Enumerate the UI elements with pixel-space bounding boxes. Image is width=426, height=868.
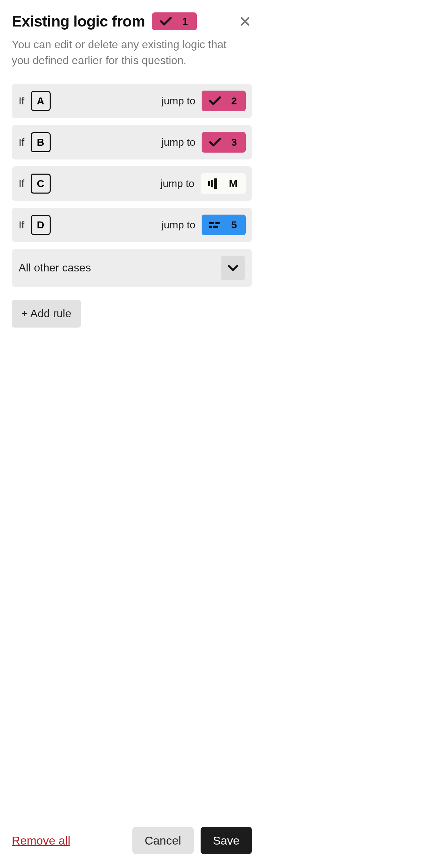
- svg-rect-4: [215, 222, 220, 224]
- logic-rule[interactable]: If A jump to 2: [12, 84, 252, 118]
- jump-to-label: jump to: [162, 95, 195, 107]
- save-button[interactable]: Save: [201, 827, 252, 854]
- jump-target-badge[interactable]: 5: [202, 215, 246, 235]
- add-rule-button[interactable]: + Add rule: [12, 300, 81, 328]
- logic-rule[interactable]: If B jump to 3: [12, 125, 252, 159]
- footer: Remove all Cancel Save: [12, 827, 252, 854]
- check-icon: [209, 138, 221, 147]
- check-icon: [160, 17, 172, 26]
- jump-target-value: 5: [231, 219, 237, 231]
- source-question-badge: 1: [152, 12, 197, 30]
- answer-option-box: C: [31, 174, 51, 194]
- svg-rect-0: [208, 181, 210, 186]
- jump-to-label: jump to: [162, 136, 195, 148]
- panel-title: Existing logic from: [12, 13, 145, 30]
- svg-rect-1: [211, 180, 213, 187]
- expand-button[interactable]: [221, 256, 245, 280]
- jump-to-label: jump to: [162, 219, 195, 231]
- answer-option-box: D: [31, 215, 51, 235]
- logic-rule[interactable]: If C jump to M: [12, 166, 252, 201]
- answer-option-box: B: [31, 132, 51, 152]
- svg-rect-3: [209, 222, 214, 224]
- jump-target-badge[interactable]: 2: [202, 91, 246, 111]
- dashes-icon: [209, 221, 221, 228]
- title-wrap: Existing logic from 1: [12, 12, 231, 30]
- svg-rect-6: [213, 226, 218, 228]
- answer-option-letter: C: [37, 178, 44, 189]
- remove-all-link[interactable]: Remove all: [12, 834, 70, 847]
- if-label: If: [19, 178, 24, 189]
- logic-panel: Existing logic from 1 You can edit or de…: [0, 0, 264, 868]
- answer-option-box: A: [31, 91, 51, 111]
- cancel-button[interactable]: Cancel: [132, 827, 194, 854]
- check-icon: [209, 96, 221, 105]
- jump-target-value: 3: [231, 136, 237, 148]
- svg-rect-5: [209, 226, 212, 228]
- panel-subtitle: You can edit or delete any existing logi…: [12, 37, 239, 69]
- if-label: If: [19, 136, 24, 148]
- close-button[interactable]: [238, 14, 252, 28]
- if-label: If: [19, 219, 24, 231]
- answer-option-letter: A: [37, 95, 44, 107]
- all-other-cases-row[interactable]: All other cases: [12, 249, 252, 287]
- all-other-cases-label: All other cases: [19, 261, 221, 274]
- jump-target-badge[interactable]: 3: [202, 132, 246, 153]
- jump-to-label: jump to: [161, 178, 194, 189]
- chevron-down-icon: [228, 265, 238, 271]
- logic-rule[interactable]: If D jump to 5: [12, 208, 252, 242]
- bars-icon: [207, 178, 219, 189]
- answer-option-letter: B: [37, 136, 44, 148]
- add-rule-label: + Add rule: [21, 307, 71, 320]
- jump-target-value: 2: [231, 95, 237, 107]
- close-icon: [240, 17, 250, 26]
- jump-target-badge[interactable]: M: [201, 173, 246, 194]
- source-question-number: 1: [182, 16, 188, 27]
- jump-target-value: M: [229, 178, 237, 189]
- header-row: Existing logic from 1: [12, 12, 252, 30]
- svg-rect-2: [214, 178, 217, 189]
- if-label: If: [19, 95, 24, 107]
- answer-option-letter: D: [37, 219, 44, 231]
